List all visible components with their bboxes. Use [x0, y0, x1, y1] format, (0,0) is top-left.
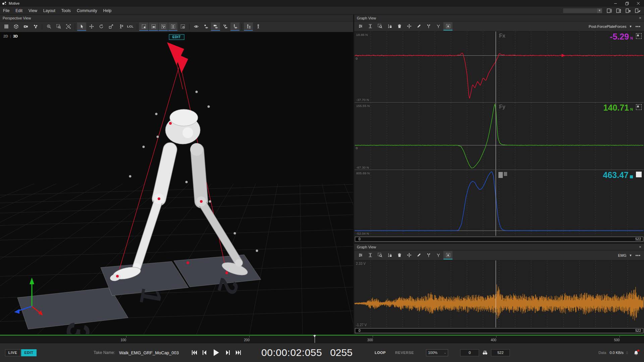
loop-toggle[interactable]: LOOP [375, 351, 386, 355]
select-rigidbodies-button[interactable] [159, 22, 168, 31]
close-panel-button[interactable]: × [639, 16, 641, 20]
graph-scrollbar[interactable]: 0 522 [355, 237, 643, 242]
skeleton-stick-button[interactable] [254, 22, 263, 31]
draw-button[interactable] [414, 22, 423, 31]
skeleton-track-button[interactable] [116, 22, 125, 31]
select-probe-button[interactable] [178, 22, 187, 31]
skip-start-button[interactable] [192, 350, 197, 356]
skeleton-visibility-button[interactable] [230, 22, 239, 31]
range-end-input[interactable]: 522 [491, 349, 510, 356]
scale-button[interactable] [106, 22, 115, 31]
menu-tools[interactable]: Tools [58, 8, 74, 13]
box-lock-button[interactable] [443, 22, 452, 31]
camera-button[interactable] [21, 22, 30, 31]
close-panel-button[interactable]: × [639, 245, 641, 249]
close-button[interactable] [633, 0, 644, 7]
notifications-bell-button[interactable] [634, 350, 639, 355]
chart-emg[interactable]: 2.33 V-1.27 V [355, 260, 644, 327]
prev-frame-button[interactable] [202, 350, 208, 356]
chart-fx[interactable]: 18.86 N0-37.70 NFx-5.29N [355, 32, 644, 102]
timeline-playhead[interactable] [315, 335, 315, 343]
edit-mode-button[interactable]: EDIT [21, 349, 37, 356]
select-markers-button[interactable] [139, 22, 148, 31]
visibility-button[interactable] [192, 22, 201, 31]
zoom-region-button[interactable] [375, 251, 384, 259]
3d-viewport[interactable]: 3 1 2 2D | 3D EDIT [0, 32, 353, 334]
panel-camera-button[interactable] [625, 8, 632, 14]
menu-help[interactable]: Help [100, 8, 115, 13]
delete-button[interactable] [395, 251, 404, 259]
graph-settings-button[interactable] [356, 22, 365, 31]
more-options-button[interactable]: ••• [635, 253, 641, 258]
fit-vertical-button[interactable] [366, 22, 375, 31]
menu-layout[interactable]: Layout [40, 8, 58, 13]
fit-vertical-button[interactable] [366, 251, 375, 259]
draw-button[interactable] [414, 251, 423, 259]
merge-button[interactable] [424, 251, 433, 259]
restore-button[interactable] [621, 0, 633, 7]
rigidbody-visibility-button[interactable] [221, 22, 230, 31]
chart-canvas: 18.86 N0-37.70 N [355, 32, 644, 102]
graph-scrollbar[interactable]: 0 522 [355, 328, 643, 333]
graph-settings-button[interactable] [356, 251, 365, 259]
reverse-toggle[interactable]: REVERSE [395, 351, 414, 355]
split-button[interactable] [434, 251, 443, 259]
chart-lock-button[interactable] [636, 172, 642, 177]
select-cameras-button[interactable] [149, 22, 158, 31]
menu-edit[interactable]: Edit [12, 8, 25, 13]
chart-lock-button[interactable] [636, 33, 642, 39]
skip-end-button[interactable] [235, 350, 241, 356]
timeline-ruler[interactable]: 100200300400500 [0, 334, 644, 343]
panel-list-button[interactable] [606, 8, 613, 14]
zoom-fit-button[interactable] [64, 22, 73, 31]
mode-2d-button[interactable]: 2D [3, 34, 8, 38]
layout-combobox[interactable]: ▼ [563, 8, 602, 13]
menu-file[interactable]: File [0, 8, 12, 13]
panel-skeleton-button[interactable] [615, 8, 623, 14]
more-options-button[interactable]: ••• [635, 24, 641, 29]
pan-button[interactable] [405, 22, 414, 31]
delete-button[interactable] [395, 22, 404, 31]
zoom-region-button[interactable] [54, 22, 63, 31]
zoom-in-button[interactable] [44, 22, 53, 31]
graph-channel-selector[interactable]: Post-ForcePlateForces ▼ [589, 24, 632, 28]
pan-button[interactable] [405, 251, 414, 259]
lock-small-icon [636, 105, 640, 108]
graph-channel-selector[interactable]: EMG ▼ [618, 253, 632, 257]
zoom-region-button[interactable] [375, 22, 384, 31]
panel-edit-button[interactable] [634, 8, 641, 14]
play-button[interactable] [212, 349, 220, 357]
lcl-button[interactable]: LCL [126, 22, 135, 31]
camera-visibility-button[interactable] [211, 22, 220, 31]
marker-visibility-button[interactable] [201, 22, 210, 31]
mode-3d-button[interactable]: 3D [13, 34, 18, 38]
chart-fy[interactable]: 155.55 N0-87.30 NFy140.71N [355, 102, 644, 170]
cursor-button[interactable] [77, 22, 86, 31]
select-skeletons-button[interactable] [168, 22, 177, 31]
cursor-lock-button[interactable] [385, 251, 394, 259]
split-button[interactable] [434, 22, 443, 31]
merge-button[interactable] [424, 22, 433, 31]
select-markers-icon [142, 24, 146, 29]
minimize-button[interactable] [610, 0, 621, 7]
rotate-button[interactable] [97, 22, 106, 31]
channel-label-fy: Fy [499, 104, 505, 110]
viewport-grid-button[interactable] [2, 22, 11, 31]
menu-view[interactable]: View [25, 8, 40, 13]
chart-canvas: 2.33 V-1.27 V [355, 260, 644, 327]
skeleton-avatar-button[interactable] [244, 22, 253, 31]
cursor-lock-button[interactable] [385, 22, 394, 31]
live-mode-button[interactable]: LIVE [5, 349, 20, 356]
find-frame-button[interactable] [482, 350, 488, 355]
range-start-input[interactable]: 0 [460, 349, 479, 356]
next-frame-button[interactable] [225, 350, 231, 356]
box-lock-button[interactable] [443, 251, 452, 259]
playback-speed-select[interactable]: 100% ⌄ [426, 349, 448, 356]
rigidbody-button[interactable] [31, 22, 40, 31]
menu-community[interactable]: Community [74, 8, 100, 13]
take-name-value[interactable]: Walk_EMG_GRF_MoCap_003 [119, 350, 179, 355]
chart-lock-button[interactable] [636, 104, 642, 110]
translate-button[interactable] [87, 22, 96, 31]
chart-fz[interactable]: 805.69 N-52.04 N463.47 [355, 170, 644, 236]
cube-button[interactable] [11, 22, 20, 31]
